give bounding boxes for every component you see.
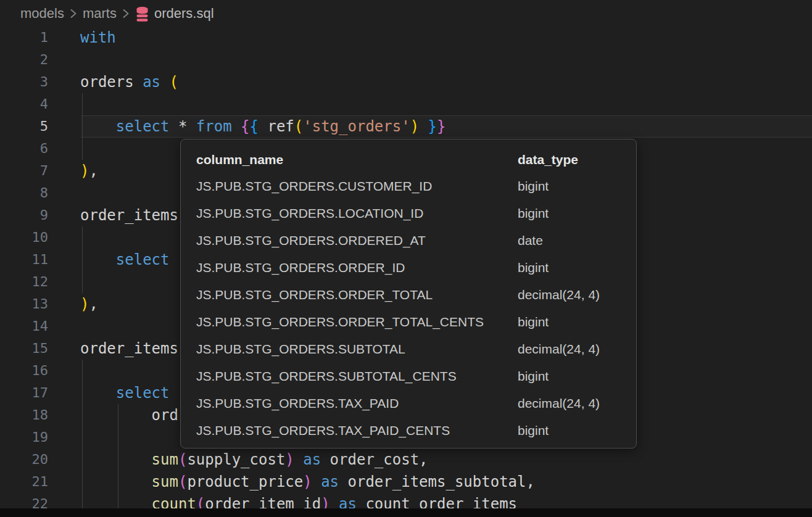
data-type-cell: decimal(24, 4) xyxy=(518,342,600,357)
code-line-2[interactable]: 2 xyxy=(0,49,812,71)
column-name-cell: JS.PUB.STG_ORDERS.TAX_PAID_CENTS xyxy=(196,423,518,438)
column-name-cell: JS.PUB.STG_ORDERS.ORDERED_AT xyxy=(196,233,518,248)
line-number-8: 8 xyxy=(0,182,48,204)
code-text: ), xyxy=(80,160,98,182)
column-name-cell: JS.PUB.STG_ORDERS.LOCATION_ID xyxy=(196,206,518,221)
code-text: select xyxy=(80,382,170,404)
column-info-tooltip: column_name data_type JS.PUB.STG_ORDERS.… xyxy=(180,139,637,449)
line-number-5: 5 xyxy=(0,115,48,138)
line-number-20: 20 xyxy=(0,449,48,471)
column-name-cell: JS.PUB.STG_ORDERS.ORDER_ID xyxy=(196,260,518,275)
code-text: ), xyxy=(80,293,98,315)
data-type-cell: bigint xyxy=(518,179,549,194)
code-text: order_items xyxy=(80,337,178,360)
tooltip-column-row: JS.PUB.STG_ORDERS.TAX_PAID_CENTSbigint xyxy=(196,417,636,444)
column-name-cell: JS.PUB.STG_ORDERS.TAX_PAID xyxy=(196,396,518,411)
breadcrumb-item-models[interactable]: models xyxy=(20,6,64,22)
code-line-21[interactable]: 21 sum(product_price) as order_items_sub… xyxy=(0,471,812,493)
line-number-3: 3 xyxy=(0,71,48,93)
data-type-cell: decimal(24, 4) xyxy=(518,287,600,302)
data-type-cell: bigint xyxy=(518,315,549,329)
line-number-4: 4 xyxy=(0,93,48,115)
breadcrumb-item-marts[interactable]: marts xyxy=(83,6,117,22)
editor-window: models marts orders.sql 1with23orders as… xyxy=(0,0,812,517)
tooltip-header-data-type: data_type xyxy=(518,152,578,167)
database-icon xyxy=(135,6,149,22)
data-type-cell: bigint xyxy=(518,260,549,275)
tooltip-column-row: JS.PUB.STG_ORDERS.ORDER_IDbigint xyxy=(196,254,636,281)
line-number-14: 14 xyxy=(0,315,48,337)
code-line-20[interactable]: 20 sum(supply_cost) as order_cost, xyxy=(0,449,812,471)
data-type-cell: bigint xyxy=(518,423,549,438)
editor-bottom-edge xyxy=(0,508,812,517)
code-line-3[interactable]: 3orders as ( xyxy=(0,71,812,93)
line-number-15: 15 xyxy=(0,337,48,360)
column-name-cell: JS.PUB.STG_ORDERS.SUBTOTAL xyxy=(196,342,518,357)
code-line-4[interactable]: 4 xyxy=(0,93,812,115)
line-number-1: 1 xyxy=(0,27,48,49)
line-number-11: 11 xyxy=(0,249,48,271)
code-text: sum(supply_cost) as order_cost, xyxy=(80,449,428,471)
column-name-cell: JS.PUB.STG_ORDERS.ORDER_TOTAL xyxy=(196,287,518,302)
tooltip-column-row: JS.PUB.STG_ORDERS.SUBTOTALdecimal(24, 4) xyxy=(196,336,636,363)
column-name-cell: JS.PUB.STG_ORDERS.SUBTOTAL_CENTS xyxy=(196,369,518,384)
code-text: ord xyxy=(80,404,178,426)
tooltip-column-row: JS.PUB.STG_ORDERS.SUBTOTAL_CENTSbigint xyxy=(196,363,636,390)
line-number-19: 19 xyxy=(0,426,48,449)
line-number-6: 6 xyxy=(0,138,48,160)
line-number-21: 21 xyxy=(0,471,48,493)
code-text: with xyxy=(80,27,116,49)
code-text: select * from {{ ref('stg_orders') }} xyxy=(80,115,445,138)
data-type-cell: bigint xyxy=(518,369,549,384)
data-type-cell: decimal(24, 4) xyxy=(518,396,600,411)
tooltip-column-row: JS.PUB.STG_ORDERS.ORDERED_ATdate xyxy=(196,227,636,254)
line-number-16: 16 xyxy=(0,360,48,382)
data-type-cell: bigint xyxy=(518,206,549,221)
code-text: select xyxy=(80,249,170,271)
data-type-cell: date xyxy=(518,233,543,248)
code-text: order_items xyxy=(80,204,178,226)
line-number-10: 10 xyxy=(0,226,48,249)
tooltip-column-row: JS.PUB.STG_ORDERS.LOCATION_IDbigint xyxy=(196,200,636,227)
line-number-13: 13 xyxy=(0,293,48,315)
code-line-5[interactable]: 5 select * from {{ ref('stg_orders') }} xyxy=(0,115,812,138)
line-number-7: 7 xyxy=(0,160,48,182)
tooltip-column-row: JS.PUB.STG_ORDERS.CUSTOMER_IDbigint xyxy=(196,173,636,200)
breadcrumb: models marts orders.sql xyxy=(20,0,220,27)
code-line-1[interactable]: 1with xyxy=(0,27,812,49)
code-text: sum(product_price) as order_items_subtot… xyxy=(80,471,535,493)
line-number-17: 17 xyxy=(0,382,48,404)
line-number-9: 9 xyxy=(0,204,48,226)
tooltip-column-row: JS.PUB.STG_ORDERS.TAX_PAIDdecimal(24, 4) xyxy=(196,390,636,417)
line-number-18: 18 xyxy=(0,404,48,426)
tooltip-column-row: JS.PUB.STG_ORDERS.ORDER_TOTAL_CENTSbigin… xyxy=(196,308,636,336)
column-name-cell: JS.PUB.STG_ORDERS.CUSTOMER_ID xyxy=(196,179,518,194)
line-number-12: 12 xyxy=(0,271,48,293)
tooltip-header-column-name: column_name xyxy=(196,152,518,167)
tooltip-column-row: JS.PUB.STG_ORDERS.ORDER_TOTALdecimal(24,… xyxy=(196,281,636,308)
chevron-right-icon xyxy=(122,7,130,20)
code-text: orders as ( xyxy=(80,71,178,93)
breadcrumb-file[interactable]: orders.sql xyxy=(154,6,214,22)
chevron-right-icon xyxy=(70,7,77,20)
tooltip-header-row: column_name data_type xyxy=(196,147,636,173)
column-name-cell: JS.PUB.STG_ORDERS.ORDER_TOTAL_CENTS xyxy=(196,315,518,329)
line-number-2: 2 xyxy=(0,49,48,71)
